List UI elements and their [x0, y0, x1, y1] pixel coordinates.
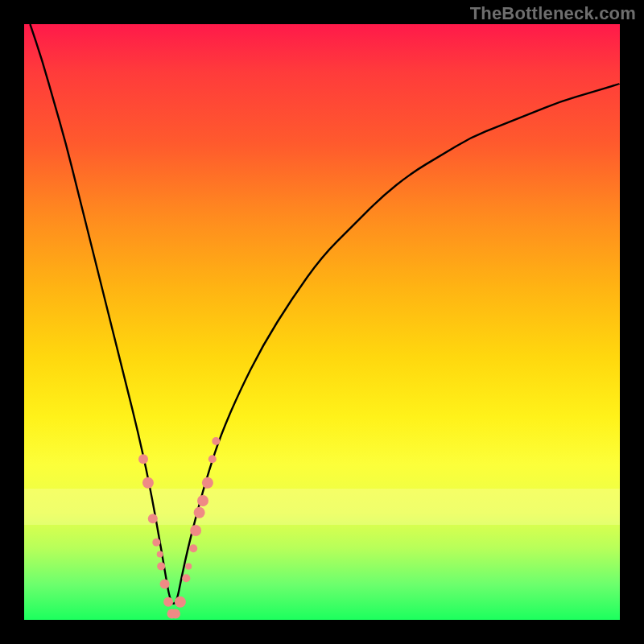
- watermark-text: TheBottleneck.com: [470, 3, 636, 24]
- curve-marker: [138, 454, 148, 464]
- curve-marker: [175, 597, 186, 608]
- curve-marker: [152, 539, 160, 547]
- curve-marker: [212, 437, 220, 445]
- chart-frame: TheBottleneck.com: [0, 0, 644, 644]
- curve-marker: [189, 544, 197, 552]
- curve-marker: [148, 514, 158, 523]
- curve-marker: [163, 597, 173, 607]
- curve-marker: [197, 495, 208, 506]
- curve-marker: [160, 580, 170, 589]
- chart-svg: [24, 24, 620, 620]
- curve-marker: [142, 477, 154, 489]
- curve-marker: [208, 455, 217, 463]
- curve-marker: [190, 525, 201, 536]
- curve-marker: [194, 507, 205, 518]
- curve-marker: [185, 563, 192, 569]
- curve-marker: [202, 477, 213, 489]
- bottleneck-curve: [30, 24, 620, 604]
- plot-area: [24, 24, 620, 620]
- curve-marker: [157, 562, 165, 570]
- curve-marker: [157, 551, 163, 558]
- curve-marker: [182, 574, 190, 582]
- curve-marker: [171, 609, 180, 619]
